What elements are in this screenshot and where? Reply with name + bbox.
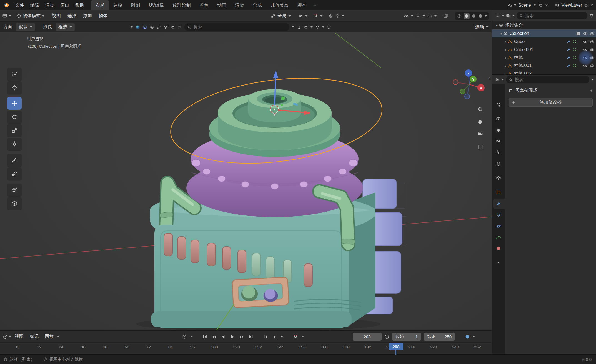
snap-dropdown-icon[interactable] bbox=[320, 15, 322, 17]
axis-neg-z-ball[interactable] bbox=[465, 94, 470, 99]
visibility-eye-icon[interactable] bbox=[404, 14, 409, 19]
options-dropdown-icon[interactable] bbox=[486, 26, 488, 28]
overlays-dropdown-icon[interactable] bbox=[434, 15, 437, 17]
outliner-row-cube[interactable]: ▸ Cube bbox=[492, 37, 596, 46]
shading-rendered-icon[interactable] bbox=[478, 14, 483, 19]
gizmo-dropdown-icon[interactable] bbox=[423, 15, 425, 17]
shield-icon[interactable] bbox=[327, 25, 331, 29]
tool-options-expand-icon[interactable] bbox=[131, 26, 133, 28]
matcap-sphere-icon[interactable] bbox=[135, 25, 140, 30]
viewport-search-input[interactable] bbox=[194, 25, 287, 29]
tab-object[interactable] bbox=[495, 189, 502, 196]
viewlayer-name[interactable]: ViewLayer bbox=[562, 3, 582, 8]
add-workspace-button[interactable]: + bbox=[310, 0, 320, 10]
panel-collapse-icon[interactable]: ‹ bbox=[488, 76, 490, 80]
viewport-search-field[interactable] bbox=[184, 23, 289, 31]
shading-material-icon[interactable] bbox=[471, 14, 476, 19]
outliner-search-input[interactable] bbox=[525, 13, 585, 18]
tool-annotate-button[interactable] bbox=[7, 154, 22, 167]
tab-physics[interactable] bbox=[495, 223, 502, 230]
workspace-tab-texture-paint[interactable]: 纹理绘制 bbox=[168, 0, 195, 10]
zoom-icon[interactable] bbox=[479, 108, 482, 112]
shading-dropdown-icon[interactable] bbox=[485, 15, 487, 17]
snap-magnet-icon[interactable] bbox=[314, 14, 318, 18]
workspace-tab-compositing[interactable]: 合成 bbox=[248, 0, 266, 10]
tabs-overflow-chevron-icon[interactable] bbox=[495, 259, 502, 266]
disable-render-camera-icon[interactable] bbox=[590, 47, 594, 52]
search-history-dropdown-icon[interactable] bbox=[292, 26, 294, 28]
filter-dropdown-icon[interactable] bbox=[322, 26, 324, 28]
playback-dropdown-icon[interactable] bbox=[57, 336, 59, 337]
close-viewlayer-icon[interactable] bbox=[590, 3, 594, 7]
mode-dropdown-icon[interactable] bbox=[42, 15, 44, 17]
modifier-wrench-icon[interactable] bbox=[567, 40, 570, 44]
select-mode-subtract-icon[interactable] bbox=[157, 25, 161, 29]
next-keyframe-button[interactable] bbox=[239, 334, 244, 340]
auto-keying-dropdown-icon[interactable] bbox=[191, 336, 193, 337]
tool-add-mesh-button[interactable] bbox=[7, 197, 22, 210]
vertex-group-icon[interactable] bbox=[573, 64, 577, 68]
scene-dropdown-icon[interactable] bbox=[514, 4, 516, 6]
modifier-wrench-icon[interactable] bbox=[567, 48, 570, 52]
workspace-tab-sculpting[interactable]: 雕刻 bbox=[127, 0, 144, 10]
timeline-menu-playback[interactable]: 回放 bbox=[42, 334, 56, 340]
select-mode-intersect-icon[interactable] bbox=[171, 25, 175, 29]
expand-arrow-icon[interactable]: ▸ bbox=[504, 64, 508, 68]
select-mode-invert-icon[interactable] bbox=[164, 25, 168, 29]
timeline-menu-view[interactable]: 视图 bbox=[12, 334, 26, 340]
visibility-dropdown-icon[interactable] bbox=[411, 15, 413, 17]
mode-selector[interactable]: 物体模式 bbox=[23, 13, 41, 19]
outliner-item-label[interactable]: Collection bbox=[510, 31, 529, 36]
direction-dropdown[interactable]: 默认 bbox=[16, 23, 35, 31]
vertex-group-icon[interactable] bbox=[573, 56, 577, 60]
drag-dropdown[interactable]: 框选 bbox=[56, 23, 75, 31]
collection-checkbox-icon[interactable] bbox=[576, 31, 580, 36]
viewport-3d[interactable]: 用户透视 (208) Collection | 贝塞尔圆环 bbox=[0, 32, 492, 330]
menu-window[interactable]: 窗口 bbox=[57, 0, 72, 10]
tab-tool[interactable] bbox=[495, 101, 502, 108]
axis-neg-y-ball[interactable] bbox=[460, 89, 465, 94]
tab-object-data[interactable] bbox=[495, 234, 502, 240]
workspace-tab-shading[interactable]: 着色 bbox=[195, 0, 213, 10]
properties-editor-icon[interactable] bbox=[495, 77, 499, 82]
vertex-group-icon[interactable] bbox=[573, 48, 577, 52]
hide-eye-icon[interactable] bbox=[583, 39, 588, 44]
vertex-group-icon[interactable] bbox=[573, 40, 577, 44]
proportional-dropdown-icon[interactable] bbox=[342, 15, 344, 17]
tab-output[interactable] bbox=[495, 127, 502, 134]
pin-icon[interactable] bbox=[533, 3, 537, 7]
play-reverse-button[interactable] bbox=[221, 334, 226, 340]
options-button[interactable]: 选项 bbox=[475, 24, 484, 30]
menu-object[interactable]: 物体 bbox=[96, 13, 110, 19]
workspace-tab-animation[interactable]: 动画 bbox=[213, 0, 231, 10]
menu-file[interactable]: 文件 bbox=[12, 0, 27, 10]
tool-select-box-button[interactable] bbox=[7, 68, 22, 81]
workspace-tab-layout[interactable]: 布局 bbox=[91, 0, 109, 10]
outliner-editor-icon[interactable] bbox=[495, 13, 500, 18]
tab-world[interactable] bbox=[495, 160, 502, 167]
outliner-item-label[interactable]: 柱体.002 bbox=[514, 71, 532, 74]
jump-to-start-button[interactable] bbox=[202, 334, 208, 340]
tab-render[interactable] bbox=[495, 115, 502, 122]
select-mode-extend-icon[interactable] bbox=[150, 25, 154, 29]
tool-extra-icon[interactable] bbox=[177, 25, 182, 29]
select-mode-new-icon[interactable] bbox=[143, 25, 147, 29]
outliner-filter-icon[interactable] bbox=[589, 14, 594, 18]
outliner-item-label[interactable]: 场景集合 bbox=[505, 22, 523, 28]
show-gizmo-icon[interactable] bbox=[415, 14, 420, 19]
sync-sphere-icon[interactable] bbox=[465, 334, 470, 339]
gizmo-y-handle[interactable] bbox=[281, 96, 285, 100]
modifier-wrench-icon[interactable] bbox=[567, 56, 570, 60]
filter-funnel-icon[interactable] bbox=[315, 25, 320, 29]
outliner-search-field[interactable] bbox=[517, 12, 587, 19]
current-frame-field[interactable]: 208 bbox=[353, 333, 382, 341]
snap-target-dropdown-icon[interactable] bbox=[305, 15, 307, 17]
proportional-editing-icon[interactable] bbox=[329, 14, 333, 18]
expand-arrow-icon[interactable]: ▸ bbox=[504, 40, 508, 44]
prev-keyframe-button[interactable] bbox=[211, 334, 217, 340]
properties-search-field[interactable] bbox=[506, 76, 589, 83]
shading-solid-active[interactable] bbox=[464, 13, 470, 19]
ortho-grid-icon[interactable] bbox=[478, 145, 482, 149]
tab-material[interactable] bbox=[495, 245, 502, 252]
tab-modifiers[interactable] bbox=[495, 200, 502, 207]
